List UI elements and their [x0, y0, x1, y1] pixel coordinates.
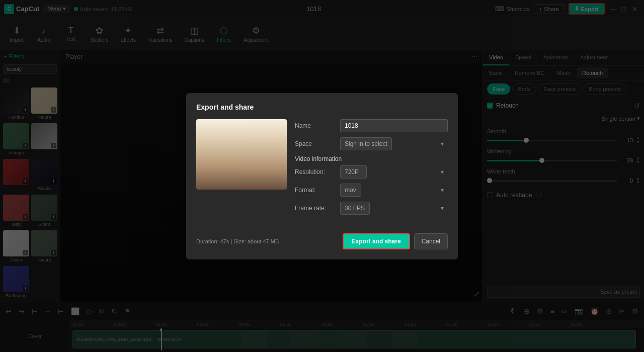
modal-actions: Export and share Cancel: [343, 233, 448, 249]
format-row: Format: mov mp4 avi: [295, 184, 448, 197]
name-label: Name: [295, 122, 340, 129]
space-label: Space: [295, 140, 340, 147]
modal-title: Export and share: [196, 103, 448, 111]
video-info-label: Video information: [295, 155, 448, 162]
duration-info: Duration: 47s | Size: about 47 MB: [196, 238, 279, 244]
modal-preview-image: [196, 119, 287, 190]
resolution-label: Resolution:: [295, 168, 340, 175]
framerate-row: Frame rate: 30 FPS 24 FPS 60 FPS: [295, 202, 448, 215]
framerate-label: Frame rate:: [295, 205, 340, 212]
space-select-wrap: Sign in to select: [340, 137, 448, 150]
space-select[interactable]: Sign in to select: [340, 137, 392, 150]
resolution-select-wrap: 720P 1080P 4K: [340, 165, 448, 179]
modal-overlay: Export and share Name Space Sign in to s…: [0, 0, 644, 352]
resolution-select[interactable]: 720P 1080P 4K: [340, 165, 367, 179]
format-label: Format:: [295, 187, 340, 194]
export-and-share-button[interactable]: Export and share: [343, 233, 410, 249]
cancel-button[interactable]: Cancel: [414, 233, 448, 249]
modal-body: Name Space Sign in to select Video infor…: [196, 119, 448, 220]
modal-footer: Duration: 47s | Size: about 47 MB Export…: [196, 227, 448, 249]
format-select-wrap: mov mp4 avi: [340, 184, 448, 197]
modal-form: Name Space Sign in to select Video infor…: [295, 119, 448, 220]
resolution-row: Resolution: 720P 1080P 4K: [295, 165, 448, 179]
modal-preview: [196, 119, 287, 190]
framerate-select-wrap: 30 FPS 24 FPS 60 FPS: [340, 202, 448, 215]
space-row: Space Sign in to select: [295, 137, 448, 150]
framerate-select[interactable]: 30 FPS 24 FPS 60 FPS: [340, 202, 370, 215]
export-modal: Export and share Name Space Sign in to s…: [186, 93, 458, 259]
name-row: Name: [295, 119, 448, 132]
format-select[interactable]: mov mp4 avi: [340, 184, 361, 197]
name-input[interactable]: [340, 119, 448, 132]
